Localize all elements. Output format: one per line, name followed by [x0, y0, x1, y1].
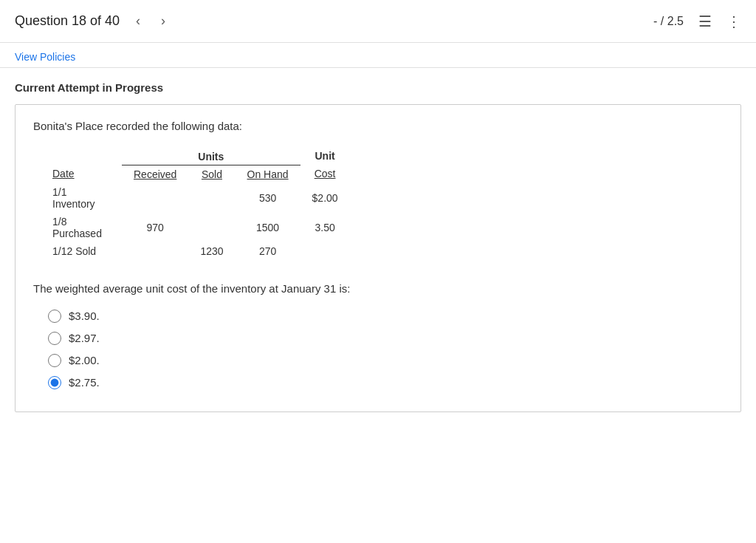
table-units-header: Units: [122, 147, 300, 165]
question-intro: Bonita's Place recorded the following da…: [33, 120, 723, 132]
question-title: Question 18 of 40: [15, 13, 120, 29]
table-cell-sold: [188, 183, 235, 213]
table-cell-on-hand: 270: [236, 242, 300, 260]
table-cell-sold: 1230: [188, 242, 235, 260]
table-row: 1/12 Sold 1230 270: [41, 242, 350, 260]
table-cell-received: 970: [122, 213, 188, 242]
option-item-2[interactable]: $2.97.: [48, 332, 723, 345]
option-radio-3[interactable]: [48, 354, 61, 367]
score-display: - / 2.5: [653, 15, 684, 28]
table-cell-date: 1/12 Sold: [41, 242, 122, 260]
table-col-cost: Cost: [300, 165, 350, 183]
question-text: The weighted average unit cost of the in…: [33, 282, 723, 295]
list-icon[interactable]: ☰: [698, 13, 712, 30]
table-row: 1/8 Purchased 970 1500 3.50: [41, 213, 350, 242]
table-row: 1/1 Inventory 530 $2.00: [41, 183, 350, 213]
table-col-date: Date: [41, 165, 122, 183]
option-label-2[interactable]: $2.97.: [69, 332, 100, 344]
option-radio-1[interactable]: [48, 310, 61, 323]
options-list: $3.90. $2.97. $2.00. $2.75.: [48, 310, 723, 389]
table-cell-date: 1/8 Purchased: [41, 213, 122, 242]
table-date-spacer: [41, 147, 122, 165]
table-cell-received: [122, 242, 188, 260]
option-item-4[interactable]: $2.75.: [48, 376, 723, 389]
next-button[interactable]: ›: [157, 10, 170, 32]
current-attempt-label: Current Attempt in Progress: [15, 81, 741, 94]
more-options-icon[interactable]: ⋮: [726, 13, 741, 30]
table-cell-cost: [300, 242, 350, 260]
table-cell-on-hand: 530: [236, 183, 300, 213]
view-policies-bar: View Policies: [0, 43, 756, 67]
main-content: Current Attempt in Progress Bonita's Pla…: [0, 68, 756, 443]
header-left: Question 18 of 40 ‹ ›: [15, 10, 170, 32]
option-label-1[interactable]: $3.90.: [69, 310, 100, 322]
view-policies-link[interactable]: View Policies: [15, 51, 75, 63]
table-cell-cost: 3.50: [300, 213, 350, 242]
table-cell-received: [122, 183, 188, 213]
table-cell-sold: [188, 213, 235, 242]
option-label-4[interactable]: $2.75.: [69, 376, 100, 389]
option-item-1[interactable]: $3.90.: [48, 310, 723, 323]
option-radio-4[interactable]: [48, 376, 61, 389]
header: Question 18 of 40 ‹ › - / 2.5 ☰ ⋮: [0, 0, 756, 43]
table-col-sold: Sold: [188, 165, 235, 183]
option-item-3[interactable]: $2.00.: [48, 354, 723, 367]
inventory-table: Units Unit Date Received Sold On Hand Co…: [41, 147, 350, 260]
table-col-on-hand: On Hand: [236, 165, 300, 183]
table-cell-on-hand: 1500: [236, 213, 300, 242]
table-unit-cost-header: Unit: [300, 147, 350, 165]
table-col-received: Received: [122, 165, 188, 183]
prev-button[interactable]: ‹: [131, 10, 145, 32]
table-cell-cost: $2.00: [300, 183, 350, 213]
question-box: Bonita's Place recorded the following da…: [15, 104, 741, 412]
table-cell-date: 1/1 Inventory: [41, 183, 122, 213]
header-right: - / 2.5 ☰ ⋮: [653, 13, 741, 30]
option-radio-2[interactable]: [48, 332, 61, 345]
option-label-3[interactable]: $2.00.: [69, 354, 100, 366]
